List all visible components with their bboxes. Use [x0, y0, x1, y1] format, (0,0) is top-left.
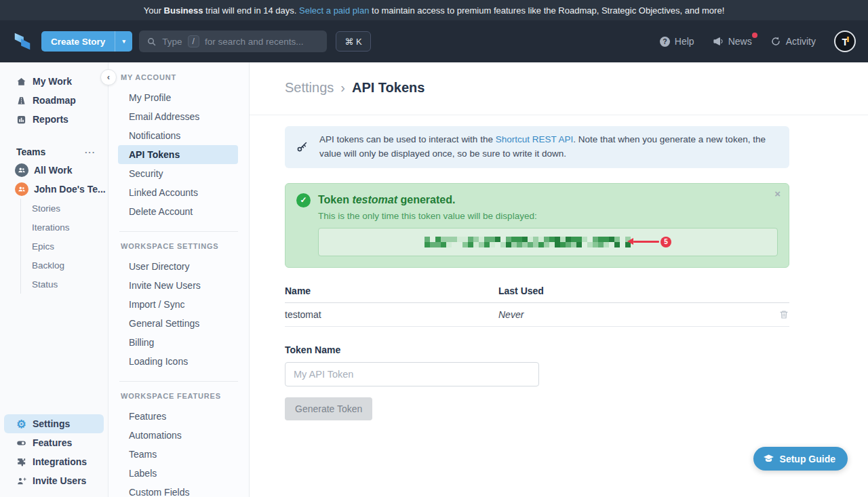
setup-guide-button[interactable]: Setup Guide	[753, 447, 848, 471]
trial-text: Your	[144, 5, 164, 16]
settings-nav-item-invite-new-users[interactable]: Invite New Users	[108, 276, 249, 295]
setup-guide-label: Setup Guide	[780, 454, 835, 464]
select-paid-plan-link[interactable]: Select a paid plan	[299, 5, 369, 16]
breadcrumb: Settings›API Tokens	[285, 80, 868, 96]
token-value-box: 5	[318, 228, 778, 256]
top-nav: Create Story ▾ Type / for search and rec…	[0, 20, 868, 62]
token-mosaic	[425, 237, 631, 247]
teams-header: Teams ···	[0, 143, 108, 161]
create-story-dropdown-caret[interactable]: ▾	[115, 31, 132, 52]
sidebar-item-invite-users[interactable]: Invite Users	[4, 471, 104, 490]
team-label: All Work	[34, 165, 73, 176]
settings-nav-item-custom-fields[interactable]: Custom Fields	[108, 483, 249, 497]
team-all-work[interactable]: All Work	[0, 161, 108, 180]
success-subtitle: This is the only time this token value w…	[318, 211, 778, 221]
create-story-button[interactable]: Create Story ▾	[41, 31, 132, 52]
settings-nav-item-features[interactable]: Features	[108, 407, 249, 426]
activity-sync-icon	[770, 36, 781, 47]
search-icon	[146, 37, 157, 47]
settings-nav-item-my-profile[interactable]: My Profile	[108, 88, 249, 107]
collapse-sidebar-button[interactable]: ‹	[100, 69, 117, 85]
create-token-form: Token Name Generate Token	[285, 344, 789, 420]
info-text: API tokens can be used to interact with …	[319, 133, 778, 161]
settings-nav-item-general-settings[interactable]: General Settings	[108, 314, 249, 333]
settings-nav-item-api-tokens[interactable]: API Tokens	[118, 145, 238, 164]
sidebar-item-roadmap[interactable]: Roadmap	[0, 91, 108, 110]
trash-icon	[778, 309, 789, 320]
tokens-table: Name Last Used testomat Never	[285, 285, 789, 327]
settings-nav: MY ACCOUNT My Profile Email Addresses No…	[108, 62, 250, 497]
shortcut-rest-api-link[interactable]: Shortcut REST API	[496, 134, 574, 144]
puzzle-icon	[16, 457, 26, 467]
megaphone-icon	[713, 36, 724, 47]
table-row: testomat Never	[285, 303, 789, 327]
sidebar-item-label: My Work	[33, 76, 72, 87]
settings-nav-item-labels[interactable]: Labels	[108, 464, 249, 483]
close-icon[interactable]: ×	[774, 188, 781, 199]
section-title-workspace-features: WORKSPACE FEATURES	[108, 392, 249, 400]
sidebar-item-label: Reports	[33, 114, 68, 125]
sidebar-item-features[interactable]: Features	[4, 433, 104, 452]
sidebar-item-reports[interactable]: Reports	[0, 110, 108, 129]
road-icon	[16, 96, 26, 106]
search-input[interactable]: Type / for search and recents...	[139, 31, 327, 52]
settings-nav-item-teams[interactable]: Teams	[108, 445, 249, 464]
settings-nav-item-delete-account[interactable]: Delete Account	[108, 202, 249, 221]
activity-label: Activity	[786, 36, 816, 47]
gear-icon: ⚙	[16, 419, 26, 429]
arrow-left-icon	[633, 241, 659, 243]
news-button[interactable]: News	[713, 36, 752, 47]
create-story-label: Create Story	[41, 31, 115, 52]
news-label: News	[728, 36, 752, 47]
sidebar-item-iterations[interactable]: Iterations	[21, 218, 108, 237]
settings-nav-item-billing[interactable]: Billing	[108, 333, 249, 352]
settings-nav-item-import-sync[interactable]: Import / Sync	[108, 295, 249, 314]
trial-banner: Your Business trial will end in 14 days.…	[0, 0, 868, 20]
token-name-input[interactable]	[285, 362, 539, 386]
generate-token-button[interactable]: Generate Token	[285, 397, 372, 420]
help-label: Help	[675, 36, 694, 47]
help-button[interactable]: ? Help	[660, 36, 694, 47]
sidebar-item-settings[interactable]: ⚙ Settings	[4, 414, 104, 433]
api-tokens-content: API tokens can be used to interact with …	[250, 115, 868, 420]
settings-nav-item-security[interactable]: Security	[108, 164, 249, 183]
sidebar-item-epics[interactable]: Epics	[21, 237, 108, 256]
app: Your Business trial will end in 14 days.…	[0, 0, 868, 497]
sidebar-item-stories[interactable]: Stories	[21, 199, 108, 218]
section-title-workspace-settings: WORKSPACE SETTINGS	[108, 242, 249, 250]
sidebar-item-my-work[interactable]: My Work	[0, 72, 108, 91]
delete-token-button[interactable]	[778, 309, 789, 320]
activity-button[interactable]: Activity	[770, 36, 816, 47]
sidebar-item-label: Integrations	[33, 456, 87, 467]
page-header: Settings›API Tokens	[250, 62, 868, 115]
help-icon: ?	[660, 37, 670, 47]
token-row-last-used: Never	[498, 309, 762, 320]
team-john-does-team[interactable]: John Doe's Te...	[0, 180, 108, 199]
team-sub-list: Stories Iterations Epics Backlog Status	[20, 199, 108, 294]
token-generated-banner: × ✓ Token testomat generated. This is th…	[285, 183, 789, 268]
settings-nav-item-automations[interactable]: Automations	[108, 426, 249, 445]
main-content: Settings›API Tokens API tokens can be us…	[250, 62, 868, 497]
keyboard-shortcut-badge[interactable]: ⌘ K	[336, 31, 370, 52]
settings-nav-item-loading-icons[interactable]: Loading Icons	[108, 352, 249, 371]
toggle-icon	[16, 438, 26, 448]
settings-nav-item-user-directory[interactable]: User Directory	[108, 257, 249, 276]
sidebar-item-backlog[interactable]: Backlog	[21, 256, 108, 275]
teams-menu-button[interactable]: ···	[85, 147, 96, 157]
shortcut-logo-icon[interactable]	[12, 31, 33, 52]
sidebar-item-status[interactable]: Status	[21, 275, 108, 294]
settings-nav-item-linked-accounts[interactable]: Linked Accounts	[108, 183, 249, 202]
breadcrumb-settings[interactable]: Settings	[285, 80, 334, 95]
sidebar-item-label: Invite Users	[33, 475, 86, 486]
breadcrumb-separator: ›	[340, 80, 345, 95]
page-title: API Tokens	[352, 80, 425, 95]
person-plus-icon	[16, 476, 26, 486]
sidebar-item-integrations[interactable]: Integrations	[4, 452, 104, 471]
settings-nav-item-notifications[interactable]: Notifications	[108, 126, 249, 145]
user-avatar[interactable]: T	[834, 31, 856, 52]
trial-plan-name: Business	[164, 5, 203, 16]
settings-nav-item-email-addresses[interactable]: Email Addresses	[108, 107, 249, 126]
token-name: testomat	[352, 194, 397, 205]
notification-dot	[752, 33, 757, 38]
divider	[119, 231, 238, 232]
